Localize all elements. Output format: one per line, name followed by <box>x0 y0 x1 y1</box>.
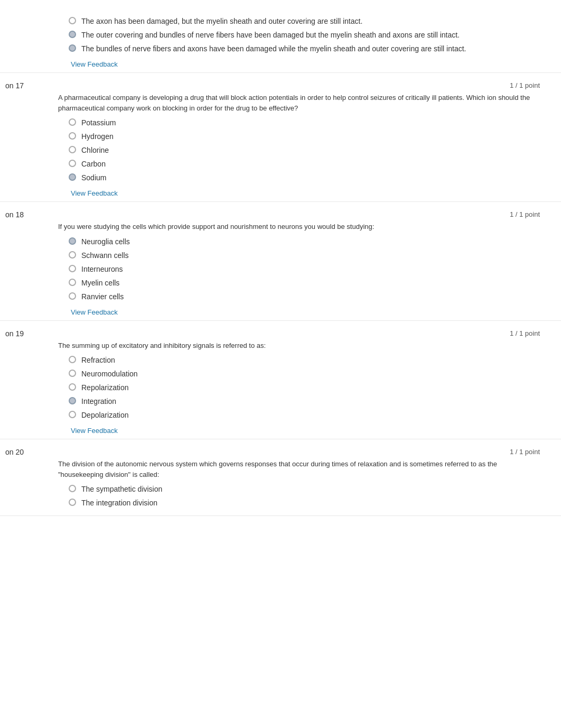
question-text-18: If you were studying the cells which pro… <box>58 222 540 232</box>
list-item: Hydrogen <box>69 131 540 142</box>
list-item: Potassium <box>69 117 540 128</box>
list-item: Neuromodulation <box>69 368 540 380</box>
list-item: Repolarization <box>69 382 540 393</box>
page-container: The axon has been damaged, but the myeli… <box>0 0 561 516</box>
options-list-20: The sympathetic division The integration… <box>69 484 540 509</box>
radio-icon[interactable] <box>69 160 76 167</box>
option-text: Integration <box>81 396 116 407</box>
question-points-17: 1 / 1 point <box>58 81 540 89</box>
list-item: Depolarization <box>69 410 540 421</box>
view-feedback-link-19[interactable]: View Feedback <box>71 427 118 435</box>
view-feedback-link[interactable]: View Feedback <box>71 60 118 68</box>
radio-icon[interactable] <box>69 237 76 245</box>
radio-icon[interactable] <box>69 485 76 492</box>
question-number-20: on 20 <box>5 448 24 456</box>
question-points-18: 1 / 1 point <box>58 210 540 218</box>
radio-icon[interactable] <box>69 173 76 181</box>
option-text: The outer covering and bundles of nerve … <box>81 30 460 41</box>
list-item: The integration division <box>69 497 540 509</box>
question-points-19: 1 / 1 point <box>58 329 540 337</box>
top-options-list: The axon has been damaged, but the myeli… <box>69 16 540 54</box>
radio-icon[interactable] <box>69 397 76 404</box>
question-points-20: 1 / 1 point <box>58 448 540 456</box>
list-item: Schwann cells <box>69 250 540 261</box>
list-item: The axon has been damaged, but the myeli… <box>69 16 540 27</box>
list-item: Chlorine <box>69 145 540 156</box>
list-item: The bundles of nerve fibers and axons ha… <box>69 43 540 54</box>
option-text: Refraction <box>81 355 115 366</box>
view-feedback-link-17[interactable]: View Feedback <box>71 189 118 197</box>
list-item: The sympathetic division <box>69 484 540 495</box>
radio-icon[interactable] <box>69 31 76 38</box>
top-continuation-content: The axon has been damaged, but the myeli… <box>58 16 540 68</box>
option-text: Ranvier cells <box>81 291 124 302</box>
radio-icon[interactable] <box>69 356 76 363</box>
option-text: Sodium <box>81 172 106 183</box>
radio-icon[interactable] <box>69 118 76 126</box>
radio-icon[interactable] <box>69 279 76 286</box>
list-item: Interneurons <box>69 264 540 275</box>
question-text-20: The division of the autonomic nervous sy… <box>58 459 540 480</box>
option-text: The sympathetic division <box>81 484 162 495</box>
question-content-18: 1 / 1 point If you were studying the cel… <box>58 210 540 316</box>
option-text: Neuroglia cells <box>81 236 130 247</box>
options-list-18: Neuroglia cells Schwann cells Interneuro… <box>69 236 540 302</box>
list-item: Ranvier cells <box>69 291 540 302</box>
radio-icon[interactable] <box>69 292 76 300</box>
radio-icon[interactable] <box>69 499 76 506</box>
question-text-17: A pharmaceutical company is developing a… <box>58 93 540 113</box>
radio-icon[interactable] <box>69 17 76 24</box>
option-text: The axon has been damaged, but the myeli… <box>81 16 362 27</box>
question-block-19: on 19 1 / 1 point The summing up of exci… <box>0 321 561 440</box>
option-text: Interneurons <box>81 264 123 275</box>
list-item: Integration <box>69 396 540 407</box>
radio-icon[interactable] <box>69 251 76 259</box>
radio-icon[interactable] <box>69 265 76 272</box>
radio-icon[interactable] <box>69 132 76 140</box>
question-number-19: on 19 <box>5 329 24 338</box>
question-block-18: on 18 1 / 1 point If you were studying t… <box>0 202 561 321</box>
list-item: The outer covering and bundles of nerve … <box>69 30 540 41</box>
option-text: Carbon <box>81 159 106 170</box>
question-content-17: 1 / 1 point A pharmaceutical company is … <box>58 81 540 197</box>
option-text: The bundles of nerve fibers and axons ha… <box>81 43 466 54</box>
list-item: Sodium <box>69 172 540 183</box>
list-item: Neuroglia cells <box>69 236 540 247</box>
radio-icon[interactable] <box>69 44 76 52</box>
question-block-20: on 20 1 / 1 point The division of the au… <box>0 439 561 516</box>
radio-icon[interactable] <box>69 383 76 391</box>
question-text-19: The summing up of excitatory and inhibit… <box>58 340 540 351</box>
radio-icon[interactable] <box>69 411 76 418</box>
question-content-20: 1 / 1 point The division of the autonomi… <box>58 448 540 509</box>
option-text: Neuromodulation <box>81 368 138 380</box>
question-number-17: on 17 <box>5 81 24 90</box>
list-item: Refraction <box>69 355 540 366</box>
top-continuation-block: The axon has been damaged, but the myeli… <box>0 0 561 73</box>
question-number-18: on 18 <box>5 210 24 219</box>
list-item: Myelin cells <box>69 278 540 289</box>
list-item: Carbon <box>69 159 540 170</box>
option-text: Myelin cells <box>81 278 119 289</box>
option-text: Depolarization <box>81 410 129 421</box>
options-list-19: Refraction Neuromodulation Repolarizatio… <box>69 355 540 421</box>
option-text: Repolarization <box>81 382 129 393</box>
radio-icon[interactable] <box>69 146 76 153</box>
radio-icon[interactable] <box>69 370 76 377</box>
options-list-17: Potassium Hydrogen Chlorine Carbon Sodiu… <box>69 117 540 183</box>
option-text: Schwann cells <box>81 250 129 261</box>
option-text: Hydrogen <box>81 131 114 142</box>
view-feedback-link-18[interactable]: View Feedback <box>71 308 118 316</box>
question-content-19: 1 / 1 point The summing up of excitatory… <box>58 329 540 435</box>
option-text: Chlorine <box>81 145 109 156</box>
option-text: Potassium <box>81 117 116 128</box>
option-text: The integration division <box>81 497 157 509</box>
question-block-17: on 17 1 / 1 point A pharmaceutical compa… <box>0 73 561 202</box>
